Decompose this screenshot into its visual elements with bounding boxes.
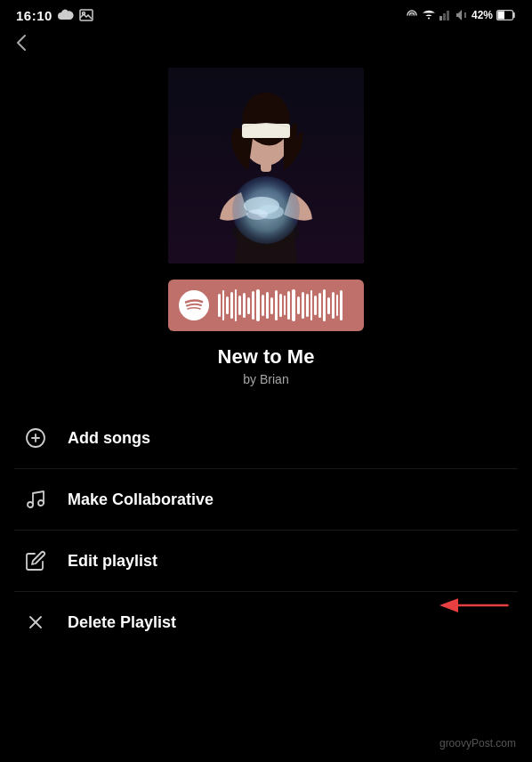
spotify-code-bar [168, 280, 364, 331]
make-collaborative-icon-svg [25, 489, 46, 510]
status-left: 16:10 [16, 8, 93, 23]
back-chevron-icon [16, 34, 27, 52]
circle-plus-icon [23, 426, 48, 450]
nfc-icon [406, 9, 418, 21]
status-time: 16:10 [16, 8, 52, 23]
spotify-logo-icon [179, 290, 209, 320]
add-songs-label: Add songs [68, 429, 150, 448]
svg-rect-2 [439, 16, 442, 20]
x-icon [23, 610, 48, 635]
back-button[interactable] [0, 27, 532, 64]
image-icon [79, 9, 93, 21]
svg-point-21 [28, 502, 33, 507]
delete-playlist-icon-svg [25, 612, 46, 633]
mute-icon [455, 9, 468, 21]
battery-percent: 42% [472, 9, 493, 21]
menu-item-delete-playlist[interactable]: Delete Playlist [14, 592, 518, 653]
delete-playlist-label: Delete Playlist [68, 613, 176, 632]
menu-item-edit-playlist[interactable]: Edit playlist [14, 531, 518, 592]
playlist-info: New to Me by Brian [200, 345, 333, 386]
cloud-icon [58, 9, 74, 21]
battery-icon [496, 10, 516, 20]
spotify-barcode [218, 288, 353, 322]
playlist-title: New to Me [218, 345, 315, 369]
status-right: 42% [406, 9, 516, 21]
watermark: groovyPost.com [439, 737, 516, 750]
cover-art-svg [168, 68, 364, 263]
menu-item-make-collaborative[interactable]: Make Collaborative [14, 469, 518, 531]
menu-list: Add songs Make Collaborative Edit playli… [0, 408, 532, 653]
cover-area: New to Me by Brian [0, 64, 532, 386]
edit-playlist-label: Edit playlist [68, 552, 157, 571]
add-songs-icon-svg [25, 427, 46, 449]
make-collaborative-label: Make Collaborative [68, 490, 214, 509]
signal-icon [439, 10, 452, 20]
music-icon [23, 487, 48, 512]
edit-playlist-icon-svg [25, 550, 46, 572]
playlist-author: by Brian [218, 372, 315, 386]
svg-rect-3 [443, 13, 446, 20]
svg-rect-4 [447, 11, 449, 20]
status-bar: 16:10 42% [0, 0, 532, 27]
cover-image [168, 68, 364, 263]
svg-rect-12 [242, 124, 290, 138]
svg-rect-7 [498, 12, 505, 20]
svg-point-17 [179, 290, 209, 320]
pencil-icon [23, 548, 48, 573]
wifi-icon [422, 10, 436, 20]
svg-point-16 [246, 209, 268, 220]
menu-item-add-songs[interactable]: Add songs [14, 408, 518, 469]
